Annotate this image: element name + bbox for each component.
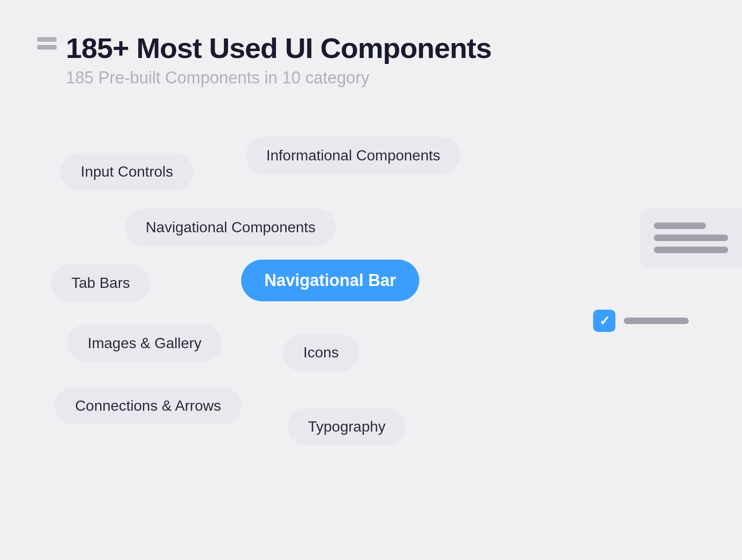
header-icon bbox=[37, 37, 57, 50]
icon-bar-top bbox=[37, 37, 57, 42]
page-subtitle: 185 Pre-built Components in 10 category bbox=[66, 68, 492, 88]
checkbox-checked: ✓ bbox=[593, 310, 615, 332]
chip-navigational-components[interactable]: Navigational Components bbox=[125, 209, 336, 246]
deco-line-3 bbox=[654, 247, 728, 253]
chip-icons[interactable]: Icons bbox=[283, 334, 359, 371]
header-section: 185+ Most Used UI Components 185 Pre-bui… bbox=[37, 32, 492, 88]
deco-menu-lines bbox=[640, 209, 742, 267]
chip-informational-components[interactable]: Informational Components bbox=[246, 137, 461, 174]
chip-tab-bars[interactable]: Tab Bars bbox=[51, 264, 150, 302]
deco-line-1 bbox=[654, 223, 706, 229]
deco-checkbox: ✓ bbox=[593, 310, 689, 332]
chip-input-controls[interactable]: Input Controls bbox=[60, 153, 193, 191]
checkbox-label-line bbox=[624, 318, 689, 324]
page-title: 185+ Most Used UI Components bbox=[66, 32, 492, 64]
chip-images-gallery[interactable]: Images & Gallery bbox=[67, 325, 222, 362]
checkmark-icon: ✓ bbox=[599, 313, 610, 329]
chip-navigational-bar[interactable]: Navigational Bar bbox=[241, 260, 419, 301]
chip-typography[interactable]: Typography bbox=[288, 408, 406, 445]
icon-bar-bottom bbox=[37, 45, 57, 50]
header-text: 185+ Most Used UI Components 185 Pre-bui… bbox=[66, 32, 492, 88]
deco-line-2 bbox=[654, 235, 728, 241]
chip-connections-arrows[interactable]: Connections & Arrows bbox=[55, 387, 242, 425]
